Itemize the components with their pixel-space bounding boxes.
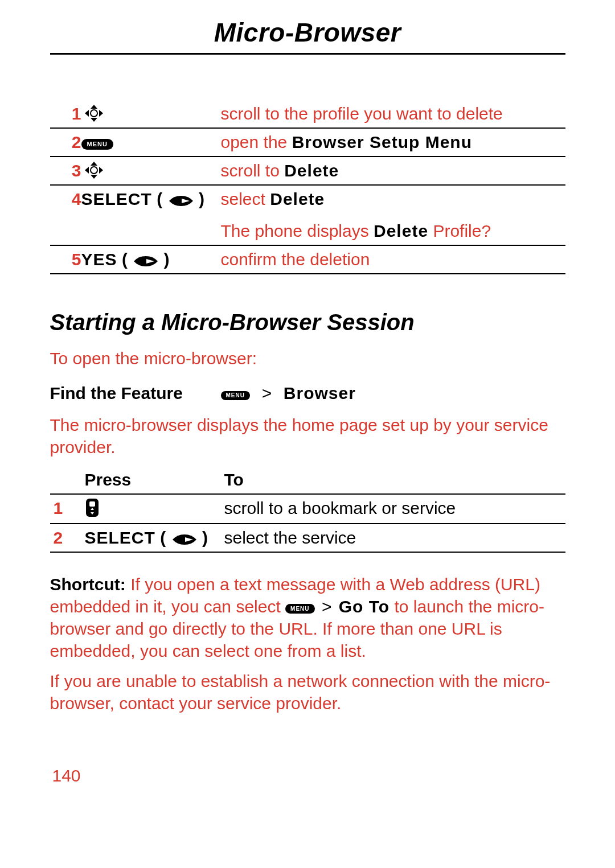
find-the-feature: Find the Feature MENU > Browser	[50, 383, 565, 404]
step-description: confirm the deletion	[221, 245, 565, 274]
menu-name: Delete	[374, 221, 428, 240]
table-row: 2 MENU open the Browser Setup Menu	[50, 128, 565, 157]
table-row: The phone displays Delete Profile?	[50, 213, 565, 245]
step-number: 2	[50, 128, 81, 157]
softkey-label: SELECT	[85, 528, 155, 547]
text: select	[221, 190, 270, 208]
step-description: scroll to the profile you want to delete	[221, 100, 565, 128]
svg-marker-2	[85, 110, 89, 117]
steps-table-1: 1 scroll to the profile you want to dele…	[50, 100, 565, 274]
page-title: Micro-Browser	[50, 17, 565, 55]
menu-name: Delete	[284, 161, 339, 180]
table-row: 1 scroll to a bookmark or service	[50, 494, 565, 524]
path-item: Browser	[284, 384, 356, 402]
press-header: Press	[85, 466, 224, 494]
text: Profile?	[428, 221, 491, 240]
table-row: 2 SELECT ( ) select the service	[50, 524, 565, 552]
shortcut-paragraph: Shortcut: If you open a text message wit…	[50, 573, 565, 662]
svg-point-4	[91, 110, 97, 117]
menu-key-icon: MENU	[221, 391, 250, 400]
svg-marker-8	[99, 167, 103, 174]
svg-rect-13	[89, 501, 95, 507]
feature-path: MENU > Browser	[221, 383, 356, 404]
svg-marker-3	[99, 110, 103, 117]
step-number: 2	[50, 524, 85, 552]
softkey-label: SELECT	[81, 190, 152, 208]
svg-marker-6	[91, 175, 97, 179]
nav-icon	[81, 104, 106, 123]
feature-label: Find the Feature	[50, 383, 221, 404]
body-paragraph: If you are unable to establish a network…	[50, 670, 565, 714]
text: scroll to	[221, 161, 285, 180]
table-row: 3 scroll to Delete	[50, 157, 565, 185]
step-description: scroll to Delete	[221, 157, 565, 185]
step-description: select the service	[224, 524, 565, 552]
steps-table-2: Press To 1 scroll to a boo	[50, 466, 565, 553]
svg-marker-7	[85, 167, 89, 174]
table-row: 4 SELECT ( ) select Delete	[50, 185, 565, 213]
step-number: 3	[50, 157, 81, 185]
step-description: scroll to a bookmark or service	[224, 494, 565, 524]
nav-icon	[81, 161, 106, 180]
step-number: 1	[50, 494, 85, 524]
page-number: 140	[50, 766, 565, 786]
body-paragraph: The micro-browser displays the home page…	[50, 414, 565, 458]
step-description: select Delete	[221, 185, 565, 213]
step-description: open the Browser Setup Menu	[221, 128, 565, 157]
svg-marker-0	[91, 105, 97, 109]
text: The phone displays	[221, 221, 374, 240]
shortcut-label: Shortcut:	[50, 575, 126, 594]
softkey-label: YES	[81, 250, 117, 269]
to-header: To	[224, 466, 565, 494]
select-key-icon	[171, 528, 202, 547]
menu-name: Browser Setup Menu	[292, 133, 472, 151]
step-number: 1	[50, 100, 81, 128]
svg-point-9	[91, 167, 97, 174]
select-key-icon	[168, 190, 199, 208]
svg-marker-5	[91, 162, 97, 166]
table-row: 5 YES ( ) confirm the deletion	[50, 245, 565, 274]
intro-text: To open the micro-browser:	[50, 347, 565, 369]
section-heading: Starting a Micro-Browser Session	[50, 308, 565, 336]
table-row: 1 scroll to the profile you want to dele…	[50, 100, 565, 128]
path-item: Go To	[339, 597, 390, 616]
menu-key-icon: MENU	[285, 604, 314, 614]
text: open the	[221, 133, 292, 151]
step-number: 5	[50, 245, 81, 274]
svg-marker-1	[91, 118, 97, 122]
phone-icon	[85, 500, 100, 519]
step-description: The phone displays Delete Profile?	[221, 213, 565, 245]
select-key-icon	[133, 250, 163, 269]
menu-name: Delete	[270, 190, 325, 208]
menu-key-icon: MENU	[81, 139, 113, 150]
step-number: 4	[50, 185, 81, 213]
